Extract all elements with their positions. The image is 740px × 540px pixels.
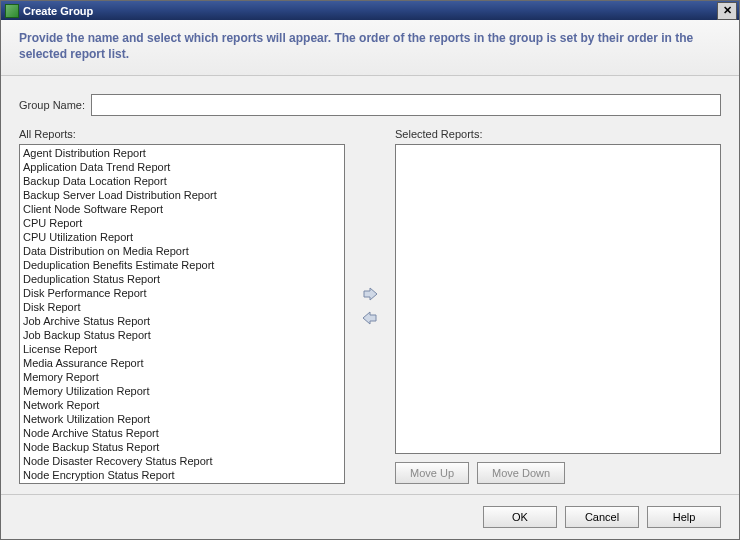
list-item[interactable]: Network Report (22, 398, 342, 412)
list-item[interactable]: Node Backup Status Report (22, 440, 342, 454)
list-item[interactable]: License Report (22, 342, 342, 356)
list-item[interactable]: Memory Report (22, 370, 342, 384)
svg-marker-1 (363, 312, 376, 324)
list-item[interactable]: Node Archive Status Report (22, 426, 342, 440)
list-item[interactable]: Agent Distribution Report (22, 146, 342, 160)
lists-row: All Reports: Agent Distribution ReportAp… (19, 128, 721, 484)
list-item[interactable]: Disk Report (22, 300, 342, 314)
list-item[interactable]: Disk Performance Report (22, 286, 342, 300)
selected-reports-column: Selected Reports: Move Up Move Down (395, 128, 721, 484)
dialog-body: Group Name: All Reports: Agent Distribut… (1, 76, 739, 494)
svg-marker-0 (364, 288, 377, 300)
arrow-left-icon (362, 311, 378, 325)
add-to-selected-button[interactable] (360, 285, 380, 303)
titlebar: Create Group ✕ (1, 1, 739, 20)
list-item[interactable]: Client Node Software Report (22, 202, 342, 216)
all-reports-label: All Reports: (19, 128, 345, 140)
list-item[interactable]: Node Encryption Status Report (22, 468, 342, 482)
help-button[interactable]: Help (647, 506, 721, 528)
close-icon: ✕ (723, 4, 732, 17)
reorder-buttons-row: Move Up Move Down (395, 462, 721, 484)
list-item[interactable]: Backup Data Location Report (22, 174, 342, 188)
cancel-button[interactable]: Cancel (565, 506, 639, 528)
group-name-row: Group Name: (19, 94, 721, 116)
list-item[interactable]: Memory Utilization Report (22, 384, 342, 398)
instruction-bar: Provide the name and select which report… (1, 20, 739, 75)
instruction-text: Provide the name and select which report… (19, 31, 693, 61)
move-down-button[interactable]: Move Down (477, 462, 565, 484)
list-item[interactable]: Application Data Trend Report (22, 160, 342, 174)
dialog-footer: OK Cancel Help (1, 494, 739, 539)
group-name-label: Group Name: (19, 99, 85, 111)
transfer-buttons-column (345, 128, 395, 484)
list-item[interactable]: Backup Server Load Distribution Report (22, 188, 342, 202)
move-up-button[interactable]: Move Up (395, 462, 469, 484)
list-item[interactable]: Deduplication Status Report (22, 272, 342, 286)
group-name-input[interactable] (91, 94, 721, 116)
list-item[interactable]: Job Backup Status Report (22, 328, 342, 342)
list-item[interactable]: Node Disaster Recovery Status Report (22, 454, 342, 468)
list-item[interactable]: CPU Report (22, 216, 342, 230)
list-item[interactable]: Media Assurance Report (22, 356, 342, 370)
list-item[interactable]: Deduplication Benefits Estimate Report (22, 258, 342, 272)
arrow-right-icon (362, 287, 378, 301)
remove-from-selected-button[interactable] (360, 309, 380, 327)
list-item[interactable]: Job Archive Status Report (22, 314, 342, 328)
selected-reports-listbox[interactable] (395, 144, 721, 454)
list-item[interactable]: Data Distribution on Media Report (22, 244, 342, 258)
all-reports-listbox[interactable]: Agent Distribution ReportApplication Dat… (19, 144, 345, 484)
close-button[interactable]: ✕ (717, 2, 737, 20)
app-icon (5, 4, 19, 18)
ok-button[interactable]: OK (483, 506, 557, 528)
list-item[interactable]: CPU Utilization Report (22, 230, 342, 244)
list-item[interactable]: Network Utilization Report (22, 412, 342, 426)
all-reports-column: All Reports: Agent Distribution ReportAp… (19, 128, 345, 484)
selected-reports-label: Selected Reports: (395, 128, 721, 140)
window-title: Create Group (23, 5, 717, 17)
create-group-dialog: Create Group ✕ Provide the name and sele… (0, 0, 740, 540)
